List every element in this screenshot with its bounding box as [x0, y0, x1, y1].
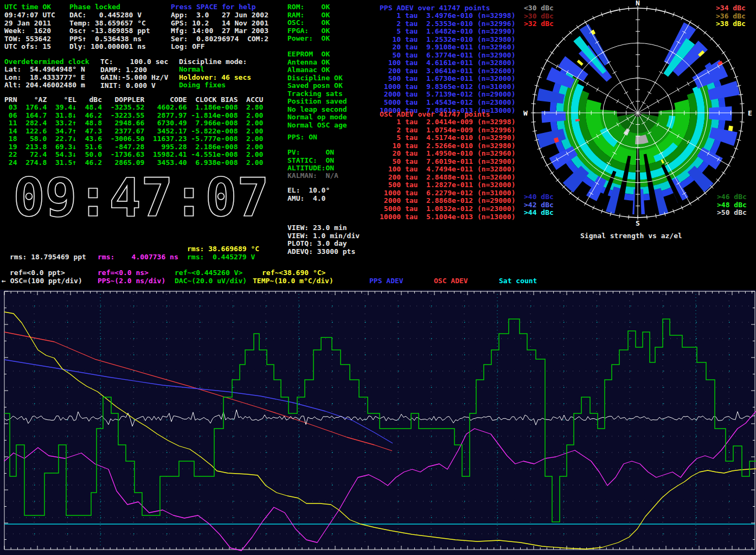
dbc-legend-entry: <30 dBc [524, 4, 554, 12]
mode-lines: PV: ONSTATIC: ONALTITUDE:ON [287, 149, 334, 173]
sat-row: 11 282.4 33.2↑ 48.8 2948.66 6730.49 7.96… [4, 119, 263, 127]
sat-row: 03 176.4 39.4↓ 48.4 -3235.52 4602.66 1.1… [4, 104, 263, 112]
compass-n: N [636, 0, 640, 7]
discipline-fixes: Doing fixes [179, 81, 226, 90]
sat-row: 14 122.6 34.7↑ 47.3 2377.67 3452.17 -5.8… [4, 127, 263, 136]
status-line: No leap second [287, 106, 347, 114]
loop-param-lines: TC: 100.0 secDAMP: 1.200GAIN:-5.000 Hz/V… [100, 58, 168, 90]
big-digital-clock: 09:47:07 [12, 164, 272, 225]
dbc-legend-entry: >46 dBc [717, 193, 747, 201]
adev-row: 100 tau 4.7494e-011 (n=32800) [380, 165, 515, 174]
status-line: EEPROM OK [287, 50, 347, 59]
status-line: AMU: 4.0 [287, 195, 330, 203]
status-line: PV: ON [287, 149, 334, 157]
dbc-legend-entry: >34 dBc [716, 4, 746, 12]
el-amu-lines: EL: 10.0°AMU: 4.0 [287, 187, 330, 202]
status-line: Lon: 18.4333777° E [4, 74, 85, 82]
status-line: 09:47:07 UTC [4, 11, 55, 20]
sat-row: 22 72.4 54.3↓ 50.0 -1736.63 15982.41 -4.… [4, 151, 263, 159]
status-line: 29 Jan 2011 [4, 20, 55, 28]
adev-row: 500 tau 1.6730e-011 (n=32000) [380, 75, 515, 83]
adev-row: 5 tau 4.5174e-010 (n=32990) [380, 134, 515, 142]
rms-pps: rms: 4.007736 ns [98, 253, 178, 261]
position-lines: Lat: 54.4964948° NLon: 18.4333777° EAlt:… [4, 66, 85, 90]
legend-top-left: <30 dBc>30 dBc>32 dBc [524, 4, 554, 28]
sat-row: 06 164.7 31.8↓ 46.2 -3223.55 2877.97 -1.… [4, 112, 263, 120]
dbc-legend-entry: >38 dBc [716, 20, 746, 28]
status-line: PLOTQ: 3.0 day [287, 240, 360, 248]
compass-w: W [523, 109, 528, 117]
adev-row: 2 tau 1.0754e-009 (n=32996) [380, 126, 515, 135]
phase-title: Phase locked [69, 3, 120, 11]
legend-top-right: >34 dBc>36 dBc>38 dBc [716, 4, 746, 28]
status-line: UTC ofs: 15 [4, 43, 55, 51]
status-line: Tracking sats [287, 90, 347, 98]
phase-lines: DAC: 0.445280 VTemp: 38.659657 °COsc↑ -1… [69, 11, 150, 51]
utc-status-title: UTC time OK [4, 3, 51, 11]
status-lines: EEPROM OKAntenna OKAlmanac OKDiscipline … [287, 50, 347, 129]
utc-status-lines: 09:47:07 UTC29 Jan 2011Week: 1620TOW: 55… [4, 11, 55, 51]
polar-caption: Signal strength vs az/el [580, 232, 682, 240]
adev-row: 2000 tau 5.7139e-012 (n=29000) [380, 91, 515, 99]
adev-row: 5000 tau 1.0832e-012 (n=23000) [380, 205, 515, 213]
ref-osc: ref=<0.0 ppt> [10, 269, 65, 277]
osc-adev-plot-label: OSC ADEV [434, 277, 468, 285]
dbc-legend-entry: >32 dBc [524, 20, 554, 28]
status-line: GPS: 10.2 14 Nov 2001 [171, 20, 268, 28]
status-line: Discipline OK [287, 74, 347, 82]
status-line: App: 3.0 27 Jun 2002 [171, 11, 268, 20]
status-line: Saved posn OK [287, 82, 347, 90]
status-line: Week: 1620 [4, 27, 55, 35]
status-line: Osc↑ -13.869858 ppt [69, 27, 150, 35]
ref-pps: ref=<0.0 ns> [98, 269, 149, 277]
discipline-normal: Normal [179, 66, 204, 74]
adev-row: 10000 tau 5.1004e-013 (n=13000) [380, 213, 515, 221]
status-line: OSC: OK [287, 19, 330, 27]
adev-row: 20 tau 1.4950e-010 (n=32960) [380, 150, 515, 158]
adev-row: 2000 tau 2.8868e-012 (n=29000) [380, 197, 515, 205]
status-line: Temp: 38.659657 °C [69, 20, 150, 28]
status-line: VIEW: 23.0 min [287, 224, 360, 232]
status-line: Log: OFF [171, 43, 268, 51]
adev-row: 2 tau 2.5353e-010 (n=32996) [380, 20, 515, 28]
status-line: Alt: 204.46002480 m [4, 81, 85, 90]
pps-on-label: PPS: ON [287, 133, 317, 142]
status-line: Dly: 100.000001 ns [69, 43, 150, 51]
adev-row: 200 tau 2.8488e-011 (n=32600) [380, 174, 515, 182]
dbc-legend-entry: >44 dBc [524, 209, 554, 217]
status-line: Power: OK [287, 35, 330, 43]
view-queue-lines: VIEW: 23.0 minVIEW: 1.0 min/divPLOTQ: 3.… [287, 224, 360, 256]
receiver-info-lines: App: 3.0 27 Jun 2002GPS: 10.2 14 Nov 200… [171, 11, 268, 51]
status-line: Ser: 0.80296974 COM:2 [171, 35, 268, 43]
pps-adev-rows: 1 tau 3.4976e-010 (n=32998) 2 tau 2.5353… [380, 12, 515, 114]
dbc-legend-entry: >36 dBc [716, 12, 746, 21]
status-line: Antenna OK [287, 59, 347, 67]
dbc-legend-entry: >40 dBc [524, 193, 554, 201]
legend-bottom-left: >40 dBc>42 dBc>44 dBc [524, 193, 554, 217]
dbc-legend-entry: >50 dBc [717, 209, 747, 217]
rms-osc: rms: 18.795469 ppt [10, 253, 86, 261]
osc-adev-rows: 1 tau 2.0414e-009 (n=32998) 2 tau 1.0754… [380, 118, 515, 221]
scale-osc: ← OSC=(100 ppt/div) [2, 277, 82, 285]
status-line: ROM: OK [287, 3, 330, 11]
status-line: INIT: 0.000 V [100, 82, 168, 90]
sat-row: 24 274.8 31.5↑ 46.2 2865.09 3453.40 6.93… [4, 159, 263, 167]
status-line: GAIN:-5.000 Hz/V [100, 74, 168, 82]
compass-s: S [636, 219, 640, 227]
adev-row: 10 tau 1.2532e-010 (n=32980) [380, 36, 515, 44]
ref-temp: ref~<38.690 °C> [262, 269, 325, 277]
scale-dac: DAC~(20.0 uV/div) [175, 277, 247, 285]
adev-row: 1000 tau 9.8365e-012 (n=31000) [380, 83, 515, 91]
adev-row: 50 tau 7.6019e-011 (n=32900) [380, 158, 515, 166]
adev-row: 1000 tau 6.2279e-012 (n=31000) [380, 189, 515, 197]
compass-e: E [748, 109, 752, 117]
dbc-legend-entry: >48 dBc [717, 201, 747, 209]
rms-dac: rms: 0.445279 V [187, 253, 255, 261]
status-line: Position saved [287, 98, 347, 106]
status-line: TC: 100.0 sec [100, 58, 168, 66]
scale-pps: PPS~(2.0 ns/div) [98, 277, 165, 285]
dbc-legend-entry: >30 dBc [524, 12, 554, 21]
sat-table-rows: 03 176.4 39.4↓ 48.4 -3235.52 4602.66 1.1… [4, 104, 263, 167]
status-line: FPGA: OK [287, 27, 330, 35]
adev-row: 5000 tau 1.4543e-012 (n=23000) [380, 99, 515, 107]
